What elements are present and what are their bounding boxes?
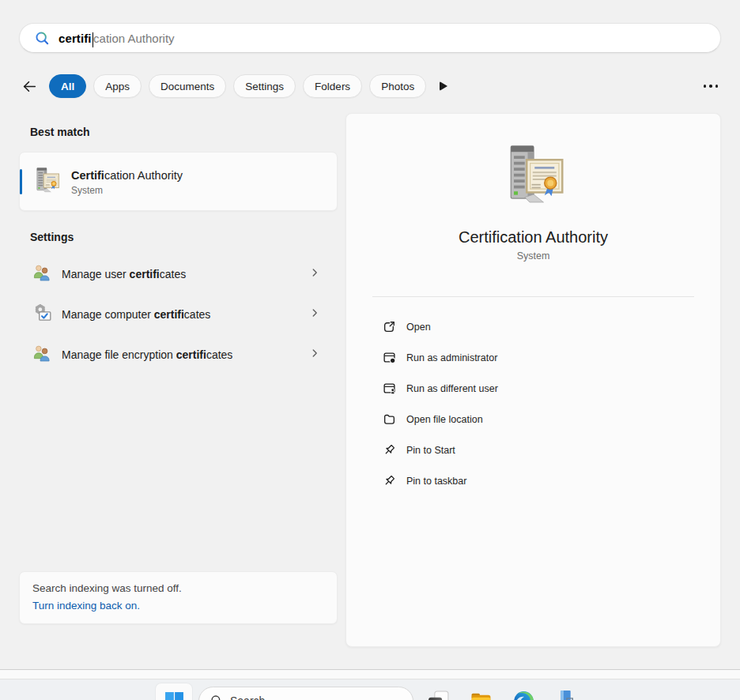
action-pin-to-taskbar[interactable]: Pin to taskbar: [383, 465, 720, 496]
best-match-text: Certification Authority System: [71, 167, 183, 196]
preview-panel: Certification Authority System Open: [345, 113, 721, 647]
search-typed-text: certifi: [59, 32, 92, 45]
open-icon: [383, 320, 396, 333]
task-view-button[interactable]: [420, 683, 456, 700]
action-label: Open file location: [406, 414, 483, 425]
chevron-right-icon: [309, 267, 320, 281]
certification-authority-icon: [502, 143, 565, 209]
best-match-subtitle: System: [71, 185, 183, 196]
certification-authority-icon: [33, 167, 60, 197]
file-explorer-button[interactable]: [462, 683, 499, 700]
taskbar-search-label: Search: [230, 694, 265, 700]
search-input[interactable]: certification Authority: [19, 23, 721, 53]
result-label: Manage file encryption certificates: [62, 348, 232, 361]
run-as-admin-icon: [383, 351, 396, 364]
back-button[interactable]: [19, 76, 40, 96]
tab-all[interactable]: All: [49, 74, 86, 98]
search-flyout: certification Authority All Apps Documen…: [0, 23, 740, 670]
back-arrow-icon: [22, 79, 37, 94]
result-label: Manage user certificates: [62, 268, 186, 280]
tab-folders[interactable]: Folders: [303, 74, 362, 98]
chevron-right-icon: [309, 348, 320, 362]
result-manage-user-certificates[interactable]: Manage user certificates: [19, 254, 338, 294]
search-suggestion-text: cation Authority: [93, 32, 175, 45]
turn-indexing-on-link[interactable]: Turn indexing back on.: [32, 600, 140, 612]
result-label: Manage computer certificates: [62, 308, 210, 321]
action-run-as-different-user[interactable]: Run as different user: [383, 373, 720, 404]
preview-title: Certification Authority: [459, 228, 608, 247]
desktop-gap: [0, 670, 740, 679]
users-icon: [32, 262, 52, 286]
action-pin-to-start[interactable]: Pin to Start: [383, 435, 720, 465]
results-list: Best match: [19, 113, 338, 647]
result-manage-computer-certificates[interactable]: Manage computer certificates: [19, 294, 338, 334]
action-label: Run as different user: [406, 383, 498, 394]
action-label: Pin to Start: [406, 445, 455, 456]
action-label: Run as administrator: [406, 352, 497, 363]
tab-photos[interactable]: Photos: [369, 74, 426, 98]
taskbar-search-box[interactable]: Search: [198, 687, 413, 700]
taskbar: Search: [0, 679, 740, 700]
indexing-notice-card: Search indexing was turned off. Turn ind…: [19, 571, 338, 624]
file-explorer-icon: [469, 689, 493, 700]
results-area: Best match: [19, 113, 721, 647]
best-match-title: Certification Authority: [71, 167, 183, 183]
indexing-message: Search indexing was turned off.: [32, 582, 324, 594]
preview-subtitle: System: [517, 250, 550, 262]
action-label: Pin to taskbar: [406, 476, 466, 487]
windows-logo-icon: [164, 691, 184, 700]
search-icon: [35, 31, 50, 46]
tab-settings[interactable]: Settings: [233, 74, 296, 98]
spacer: [19, 374, 338, 571]
action-label: Open: [406, 322, 431, 333]
action-list: Open Run as administrator: [346, 297, 720, 496]
tab-apps[interactable]: Apps: [93, 74, 142, 98]
more-options-icon[interactable]: [700, 80, 722, 92]
best-match-heading: Best match: [19, 126, 338, 138]
action-run-as-administrator[interactable]: Run as administrator: [383, 342, 720, 373]
edge-button[interactable]: [505, 683, 542, 700]
pin-icon: [383, 443, 396, 457]
search-icon: [210, 694, 223, 700]
chevron-right-icon: [309, 307, 320, 322]
certification-authority-app-button[interactable]: [548, 683, 584, 700]
run-as-user-icon: [383, 382, 396, 395]
folder-icon: [383, 412, 396, 426]
computer-gear-icon: [32, 303, 52, 326]
action-open-file-location[interactable]: Open file location: [383, 404, 720, 435]
tab-documents[interactable]: Documents: [149, 74, 226, 98]
task-view-icon: [426, 689, 451, 700]
settings-heading: Settings: [19, 231, 338, 243]
edge-icon: [512, 689, 536, 700]
users-icon: [32, 343, 52, 367]
action-open[interactable]: Open: [383, 311, 720, 342]
pin-icon: [383, 474, 396, 487]
best-match-result[interactable]: Certification Authority System: [19, 152, 338, 211]
expand-filters-icon[interactable]: [440, 81, 447, 91]
server-manager-icon: [554, 689, 579, 700]
start-button[interactable]: [156, 683, 192, 700]
result-manage-file-encryption-certificates[interactable]: Manage file encryption certificates: [19, 334, 338, 374]
filter-bar: All Apps Documents Settings Folders Phot…: [19, 73, 721, 99]
selection-accent-bar: [20, 169, 22, 194]
